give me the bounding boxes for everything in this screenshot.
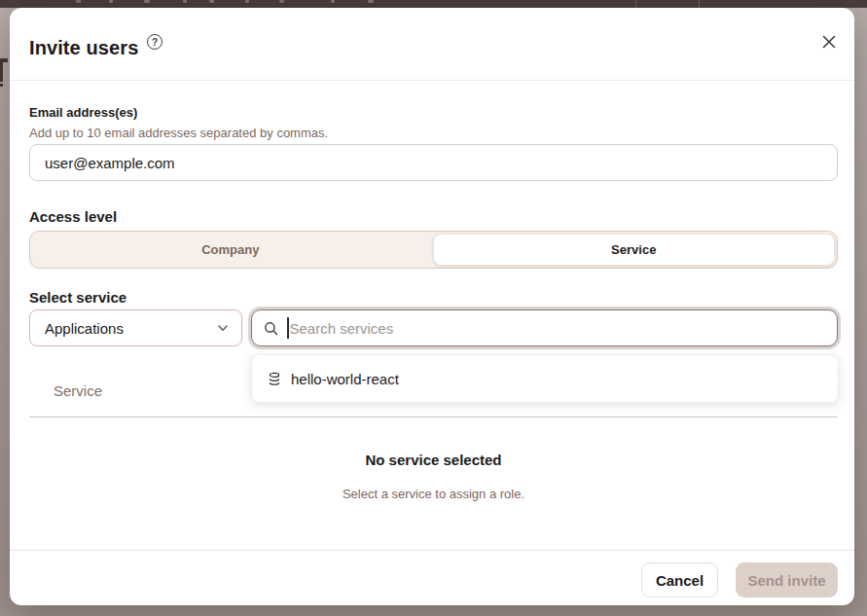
search-result-item[interactable]: hello-world-react (252, 355, 838, 402)
email-helper: Add up to 10 email addresses separated b… (29, 126, 328, 140)
background-topbar (0, 0, 867, 8)
modal-title: Invite users (29, 37, 138, 59)
topbar-text-remnant (279, 0, 284, 3)
segment-company[interactable]: Company (30, 232, 431, 268)
topbar-text-remnant (368, 0, 374, 3)
service-category-dropdown[interactable]: Applications (29, 309, 242, 346)
service-search-input[interactable] (290, 320, 828, 337)
chevron-down-icon (216, 321, 230, 335)
topbar-text-remnant (109, 0, 113, 3)
topbar-text-remnant (144, 0, 150, 3)
help-icon[interactable]: ? (147, 34, 163, 50)
select-service-label: Select service (29, 289, 126, 306)
stack-icon (268, 372, 281, 386)
topbar-text-remnant (331, 0, 335, 3)
text-caret (287, 317, 289, 339)
access-level-segmented-control: Company Service (29, 231, 838, 269)
empty-state-title: No service selected (10, 452, 857, 468)
access-level-label: Access level (29, 208, 117, 225)
search-icon (264, 321, 278, 336)
topbar-text-remnant (245, 0, 249, 3)
email-label: Email address(es) (29, 105, 137, 120)
table-divider (29, 417, 838, 417)
topbar-text-remnant (209, 0, 214, 3)
service-search-box (251, 309, 838, 346)
topbar-text-remnant (183, 0, 187, 3)
background-page-text-fragment (0, 58, 9, 86)
email-field[interactable] (29, 144, 838, 181)
topbar-separator (635, 0, 636, 8)
footer-divider (10, 550, 854, 551)
topbar-separator (699, 0, 700, 8)
search-results-popover: hello-world-react (251, 354, 839, 403)
topbar-text-remnant (76, 0, 81, 3)
cancel-button[interactable]: Cancel (641, 562, 718, 598)
service-category-value: Applications (45, 320, 124, 337)
send-invite-button[interactable]: Send invite (736, 562, 838, 598)
search-result-label: hello-world-react (291, 371, 399, 387)
service-column-header: Service (54, 382, 102, 399)
invite-users-modal: Invite users ? Email address(es) Add up … (10, 8, 854, 605)
segment-service[interactable]: Service (433, 234, 836, 266)
empty-state-subtitle: Select a service to assign a role. (10, 487, 857, 501)
close-icon[interactable] (817, 30, 841, 54)
header-divider (10, 80, 854, 81)
